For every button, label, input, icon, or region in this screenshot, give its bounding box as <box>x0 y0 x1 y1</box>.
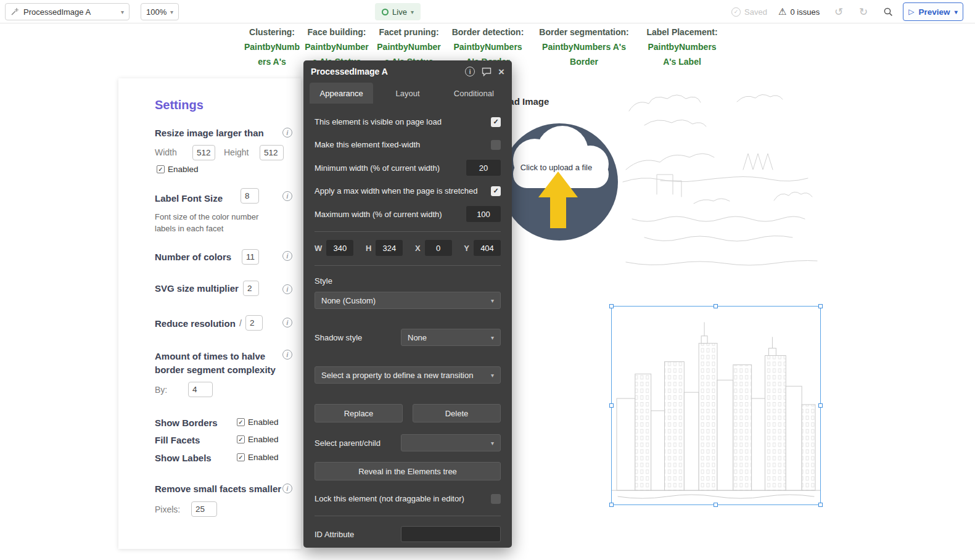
number-of-colors-info-icon[interactable]: i <box>282 251 292 261</box>
h-value[interactable]: 324 <box>376 240 403 256</box>
header-label: Border detection: <box>448 25 527 39</box>
live-version-dropdown[interactable]: Live ▾ <box>375 3 421 20</box>
upload-cta-text: Click to upload a file <box>507 163 606 172</box>
saved-check-icon: ✓ <box>731 7 741 17</box>
pixels-input[interactable] <box>191 501 217 517</box>
number-of-colors-label: Number of colors <box>155 252 231 262</box>
w-label: W <box>315 244 322 253</box>
min-width-label: Minimum width (% of current width) <box>315 163 440 173</box>
show-labels-toggle: ✓ Enabled <box>237 453 279 462</box>
element-selector-dropdown[interactable]: ProcessedImage A ▾ <box>5 3 130 20</box>
visible-on-load-label: This element is visible on page load <box>315 117 442 126</box>
reduce-resolution-input[interactable] <box>245 315 263 331</box>
undo-icon: ↺ <box>834 6 843 19</box>
undo-button[interactable]: ↺ <box>831 3 846 20</box>
y-value[interactable]: 404 <box>474 240 501 256</box>
max-width-value[interactable]: 100 <box>466 206 501 222</box>
number-of-colors-input[interactable] <box>242 249 259 265</box>
resize-handle-e[interactable] <box>818 403 823 408</box>
halve-complexity-label: Amount of times to halve border segment … <box>155 350 277 377</box>
label-font-size-input[interactable] <box>241 188 259 204</box>
show-borders-label: Show Borders <box>155 418 218 428</box>
tab-appearance[interactable]: Appearance <box>310 83 373 104</box>
x-value[interactable]: 0 <box>425 240 452 256</box>
redo-button[interactable]: ↻ <box>856 3 871 20</box>
resize-handle-n[interactable] <box>714 304 718 308</box>
chevron-down-icon: ▾ <box>170 9 173 15</box>
shadow-style-row: Shadow style None ▾ <box>315 329 501 346</box>
parent-child-dropdown[interactable]: ▾ <box>401 434 501 451</box>
w-value[interactable]: 340 <box>326 240 353 256</box>
header-column-clustering: Clustering: PaintbyNumbers A's <box>244 25 300 69</box>
height-input[interactable] <box>260 145 284 160</box>
svg-multiplier-label: SVG size multiplier <box>155 283 239 294</box>
resize-handle-s[interactable] <box>714 503 718 507</box>
warning-icon: ⚠ <box>778 6 786 17</box>
halve-by-label: By: <box>155 385 167 395</box>
upload-file-widget[interactable] <box>501 123 618 241</box>
lock-element-checkbox[interactable] <box>491 494 501 504</box>
tab-layout[interactable]: Layout <box>376 83 439 104</box>
label-font-size-label: Label Font Size <box>155 193 223 204</box>
header-value: PaintbyNumbers A's <box>244 39 300 69</box>
replace-button[interactable]: Replace <box>315 404 403 422</box>
header-value: PaintbyNumbers A's Border <box>535 39 633 69</box>
shadow-style-dropdown[interactable]: None ▾ <box>401 329 501 346</box>
issues-indicator[interactable]: ⚠ 0 issues <box>778 3 820 20</box>
header-value: PaintbyNumbers A's Label <box>643 39 722 69</box>
label-font-size-help: Font size of the color number labels in … <box>155 211 266 234</box>
live-label: Live <box>392 7 407 17</box>
resize-enabled-checkbox[interactable]: ✓ <box>157 165 165 173</box>
preview-button[interactable]: ▷ Preview ▾ <box>903 2 963 21</box>
parent-child-label: Select parent/child <box>315 439 381 448</box>
comment-icon[interactable] <box>482 67 492 76</box>
id-attribute-input[interactable] <box>401 526 501 542</box>
processed-image-landscape[interactable] <box>620 77 820 281</box>
landscape-sketch <box>620 77 820 281</box>
reduce-resolution-info-icon[interactable]: i <box>282 318 292 327</box>
halve-by-input[interactable] <box>188 382 213 397</box>
resize-handle-nw[interactable] <box>609 304 614 308</box>
width-input[interactable] <box>192 145 215 160</box>
zoom-dropdown[interactable]: 100% ▾ <box>141 3 179 20</box>
parent-child-row: Select parent/child ▾ <box>315 434 501 451</box>
issues-label: 0 issues <box>790 7 820 17</box>
fixed-width-label: Make this element fixed-width <box>315 140 420 149</box>
tab-conditional[interactable]: Conditional <box>442 83 506 104</box>
saved-indicator: ✓ Saved <box>731 3 767 20</box>
label-font-size-info-icon[interactable]: i <box>282 191 292 201</box>
dialog-info-icon[interactable]: i <box>465 67 475 76</box>
svg-multiplier-info-icon[interactable]: i <box>282 284 292 294</box>
dialog-titlebar[interactable]: ProcessedImage A i × <box>303 60 512 83</box>
chevron-down-icon: ▾ <box>491 334 494 341</box>
min-width-value[interactable]: 20 <box>466 160 501 176</box>
fill-facets-enabled-label: Enabled <box>248 435 279 444</box>
element-selector-label: ProcessedImage A <box>23 7 91 17</box>
style-dropdown-value: None (Custom) <box>321 296 376 305</box>
processed-image-selected[interactable] <box>611 306 821 505</box>
halve-complexity-info-icon[interactable]: i <box>282 350 292 360</box>
visible-on-load-checkbox[interactable]: ✓ <box>491 117 501 127</box>
reveal-in-tree-button[interactable]: Reveal in the Elements tree <box>315 462 501 480</box>
resize-handle-ne[interactable] <box>818 304 823 308</box>
transition-dropdown[interactable]: Select a property to define a new transi… <box>315 366 501 384</box>
fixed-width-row: Make this element fixed-width <box>315 137 501 152</box>
preview-label: Preview <box>919 7 950 17</box>
delete-button[interactable]: Delete <box>413 404 501 422</box>
resize-handle-sw[interactable] <box>609 503 614 507</box>
fill-facets-checkbox[interactable]: ✓ <box>237 435 245 443</box>
fixed-width-checkbox[interactable] <box>491 140 501 150</box>
lock-element-label: Lock this element (not draggable in edit… <box>315 494 464 503</box>
search-button[interactable] <box>881 3 895 20</box>
resize-info-icon[interactable]: i <box>282 128 292 138</box>
svg-multiplier-input[interactable] <box>243 281 259 296</box>
show-labels-checkbox[interactable]: ✓ <box>237 453 245 461</box>
resize-handle-w[interactable] <box>609 403 614 408</box>
max-width-checkbox[interactable]: ✓ <box>491 186 501 196</box>
close-icon[interactable]: × <box>498 67 504 77</box>
reduce-resolution-label: Reduce resolution <box>155 318 236 329</box>
style-dropdown[interactable]: None (Custom) ▾ <box>315 292 501 309</box>
remove-small-facets-info-icon[interactable]: i <box>282 484 292 493</box>
resize-handle-se[interactable] <box>818 503 823 507</box>
show-borders-checkbox[interactable]: ✓ <box>237 418 245 426</box>
